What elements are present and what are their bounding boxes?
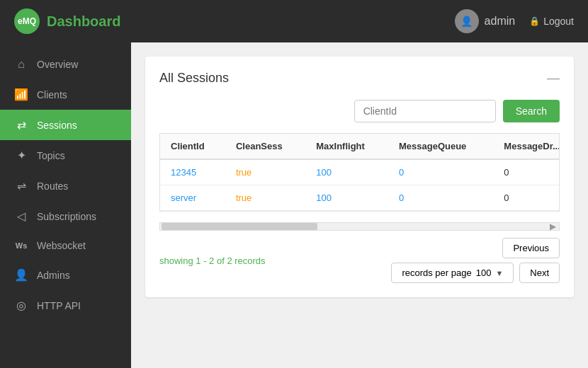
cell-clean-sess: true bbox=[225, 185, 305, 211]
logo-badge: eMQ bbox=[14, 8, 40, 34]
lock-icon: 🔒 bbox=[529, 16, 540, 26]
col-clean-sess: CleanSess bbox=[225, 134, 305, 159]
header-right: 👤 admin 🔒 Logout bbox=[455, 9, 574, 33]
logout-button[interactable]: 🔒 Logout bbox=[529, 16, 574, 27]
websocket-icon: Ws bbox=[14, 241, 28, 250]
col-max-inflight: MaxInflight bbox=[305, 134, 388, 159]
collapse-button[interactable]: — bbox=[547, 71, 560, 86]
table-body: 12345 true 100 0 0 server true 100 0 0 bbox=[160, 159, 560, 211]
top-header: eMQ Dashboard 👤 admin 🔒 Logout bbox=[0, 0, 588, 42]
logout-label: Logout bbox=[543, 16, 574, 27]
sidebar-item-label: Overview bbox=[37, 59, 78, 70]
cell-max-inflight: 100 bbox=[305, 159, 388, 185]
sidebar-item-label: Admins bbox=[37, 270, 70, 281]
logo-area: eMQ Dashboard bbox=[14, 8, 120, 34]
showing-text: showing 1 - 2 of 2 records bbox=[159, 255, 266, 266]
user-name: admin bbox=[485, 15, 516, 28]
table-row: 12345 true 100 0 0 bbox=[160, 159, 560, 185]
pagination-controls: Previous records per page 100 ▼ Next bbox=[391, 238, 560, 283]
sidebar-item-routes[interactable]: ⇌ Routes bbox=[0, 171, 131, 201]
table-row: server true 100 0 0 bbox=[160, 185, 560, 211]
previous-button[interactable]: Previous bbox=[502, 238, 560, 258]
dropdown-arrow-icon: ▼ bbox=[495, 269, 503, 277]
search-row: Search bbox=[159, 100, 560, 122]
records-per-page-value: 100 bbox=[476, 268, 492, 278]
col-message-queue: MessageQueue bbox=[388, 134, 493, 159]
sidebar-item-label: Websocket bbox=[37, 240, 86, 251]
sidebar-item-label: Subscriptions bbox=[37, 211, 96, 222]
content-area: All Sessions — Search ClientId CleanSess… bbox=[131, 42, 588, 368]
col-message-dr: MessageDr... bbox=[493, 134, 560, 159]
pagination-area: showing 1 - 2 of 2 records Previous reco… bbox=[159, 238, 560, 283]
search-input[interactable] bbox=[354, 100, 496, 122]
col-client-id: ClientId bbox=[160, 134, 225, 159]
cell-max-inflight: 100 bbox=[305, 185, 388, 211]
cell-message-dr: 0 bbox=[493, 159, 560, 185]
sessions-icon: ⇄ bbox=[14, 118, 28, 132]
sidebar-item-admins[interactable]: 👤 Admins bbox=[0, 260, 131, 290]
avatar: 👤 bbox=[455, 9, 479, 33]
pagination-bottom: records per page 100 ▼ Next bbox=[391, 263, 560, 283]
http-api-icon: ◎ bbox=[14, 299, 28, 312]
records-per-page-select[interactable]: records per page 100 ▼ bbox=[391, 263, 514, 283]
sidebar-item-websocket[interactable]: Ws Websocket bbox=[0, 231, 131, 260]
sessions-table: ClientId CleanSess MaxInflight MessageQu… bbox=[160, 134, 560, 211]
sidebar-item-subscriptions[interactable]: ◁ Subscriptions bbox=[0, 201, 131, 231]
sidebar-item-label: HTTP API bbox=[37, 300, 81, 311]
sidebar-item-overview[interactable]: ⌂ Overview bbox=[0, 50, 131, 79]
scrollbar-thumb bbox=[162, 223, 317, 230]
cell-clean-sess: true bbox=[225, 159, 305, 185]
sidebar-item-label: Routes bbox=[37, 180, 68, 192]
routes-icon: ⇌ bbox=[14, 179, 28, 192]
sessions-card: All Sessions — Search ClientId CleanSess… bbox=[145, 57, 574, 297]
cell-client-id[interactable]: 12345 bbox=[160, 159, 225, 185]
card-title: All Sessions bbox=[159, 71, 229, 86]
sidebar-item-clients[interactable]: 📶 Clients bbox=[0, 79, 131, 110]
horizontal-scrollbar[interactable]: ▶ bbox=[159, 222, 560, 231]
overview-icon: ⌂ bbox=[14, 58, 28, 71]
table-header-row: ClientId CleanSess MaxInflight MessageQu… bbox=[160, 134, 560, 159]
sidebar-item-label: Sessions bbox=[37, 120, 77, 131]
next-button[interactable]: Next bbox=[519, 263, 560, 283]
card-header: All Sessions — bbox=[159, 71, 560, 86]
subscriptions-icon: ◁ bbox=[14, 209, 28, 223]
sidebar-item-label: Topics bbox=[37, 150, 65, 161]
user-area: 👤 admin bbox=[455, 9, 516, 33]
sidebar-item-topics[interactable]: ✦ Topics bbox=[0, 140, 131, 171]
sessions-table-container: ClientId CleanSess MaxInflight MessageQu… bbox=[159, 133, 560, 212]
search-button[interactable]: Search bbox=[503, 100, 560, 122]
sidebar-item-label: Clients bbox=[37, 89, 67, 100]
cell-message-dr: 0 bbox=[493, 185, 560, 211]
cell-message-queue: 0 bbox=[388, 159, 493, 185]
records-per-page-label: records per page bbox=[402, 268, 471, 278]
sidebar: ⌂ Overview 📶 Clients ⇄ Sessions ✦ Topics… bbox=[0, 42, 131, 368]
clients-icon: 📶 bbox=[14, 88, 28, 101]
logo-text: Dashboard bbox=[47, 13, 120, 30]
cell-client-id[interactable]: server bbox=[160, 185, 225, 211]
sidebar-item-http-api[interactable]: ◎ HTTP API bbox=[0, 290, 131, 321]
main-layout: ⌂ Overview 📶 Clients ⇄ Sessions ✦ Topics… bbox=[0, 42, 588, 368]
sidebar-item-sessions[interactable]: ⇄ Sessions bbox=[0, 110, 131, 140]
topics-icon: ✦ bbox=[14, 149, 28, 162]
cell-message-queue: 0 bbox=[388, 185, 493, 211]
admins-icon: 👤 bbox=[14, 268, 28, 282]
